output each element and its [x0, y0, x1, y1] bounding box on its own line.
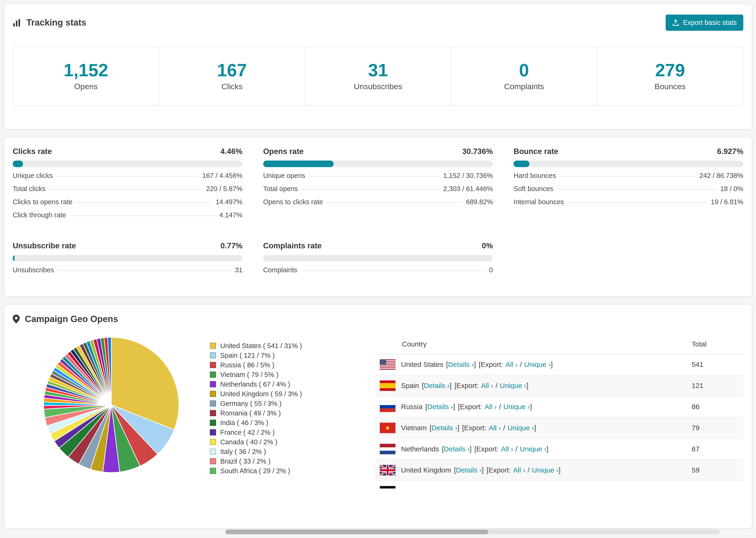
clicks-rate-progress-bar: [13, 161, 243, 167]
details-group: [Details ›]: [422, 382, 452, 390]
metric-value: 167 / 4.456%: [202, 172, 243, 180]
export-unique-link[interactable]: Unique ›: [508, 424, 534, 432]
legend-item-united-kingdom[interactable]: United Kingdom ( 59 / 3% ): [210, 389, 365, 399]
export-group: [Export:All ›/Unique ›]: [486, 466, 561, 474]
slash: /: [503, 424, 505, 432]
export-icon: [672, 19, 679, 26]
export-all-link[interactable]: All ›: [505, 360, 517, 368]
metric-label: Total opens: [263, 185, 298, 193]
rate-title: Bounce rate: [513, 147, 558, 156]
geo-table: Country Total United States [Details ›: [375, 335, 743, 488]
metric-label: Opens to clicks rate: [263, 198, 323, 206]
export-all-link[interactable]: All ›: [513, 466, 525, 474]
unsubscribe-rate-progress-bar: [13, 255, 243, 261]
export-all-link[interactable]: All ›: [501, 445, 513, 453]
bracket: ]: [530, 403, 532, 410]
bracket: [: [422, 382, 424, 389]
details-link[interactable]: Details ›: [456, 466, 482, 474]
flag-netherlands-icon: [380, 444, 395, 454]
details-link[interactable]: Details ›: [448, 360, 474, 368]
legend-swatch: [210, 410, 216, 416]
country-name: United States: [401, 360, 443, 368]
stat-complaints: 0 Complaints: [451, 47, 597, 106]
geo-pie-chart[interactable]: [41, 335, 182, 475]
bar-chart-icon: [13, 19, 21, 27]
table-row: Spain [Details ›] [Export:All ›/Unique ›…: [375, 375, 743, 396]
details-link[interactable]: Details ›: [435, 487, 460, 488]
export-group: [Export:All ›/Unique ›]: [458, 403, 532, 411]
export-all-link[interactable]: All ›: [481, 382, 493, 389]
export-unique-link[interactable]: Unique ›: [511, 487, 537, 488]
country-name: Russia: [401, 403, 423, 411]
legend-swatch: [210, 362, 216, 368]
details-group: [Details ›]: [430, 424, 459, 432]
progress-fill: [13, 161, 23, 167]
details-group: [Details ›]: [454, 466, 484, 474]
legend-item-canada[interactable]: Canada ( 40 / 2% ): [210, 437, 365, 447]
total-value: 59: [687, 459, 743, 481]
legend-item-india[interactable]: India ( 46 / 3% ): [210, 418, 365, 428]
geo-opens-title: Campaign Geo Opens: [25, 314, 118, 324]
legend-item-italy[interactable]: Italy ( 36 / 2% ): [210, 447, 365, 457]
page-title: Tracking stats: [26, 18, 86, 28]
dashboard-page: Tracking stats Export basic stats 1,152 …: [0, 0, 756, 538]
legend-label: Netherlands ( 67 / 4% ): [220, 381, 290, 388]
complaints-rate-progress-bar: [263, 255, 493, 261]
details-link[interactable]: Details ›: [444, 445, 469, 453]
stat-value: 1,152: [13, 60, 159, 80]
details-link[interactable]: Details ›: [424, 382, 450, 389]
legend-label: United Kingdom ( 59 / 3% ): [220, 390, 302, 398]
legend-item-germany[interactable]: Germany ( 55 / 3% ): [210, 399, 365, 408]
export-unique-link[interactable]: Unique ›: [500, 382, 526, 389]
legend-label: Germany ( 55 / 3% ): [220, 400, 282, 407]
opens-rate-progress-bar: [263, 161, 493, 167]
total-column-header: Total: [687, 335, 743, 354]
legend-item-south-africa[interactable]: South Africa ( 29 / 2% ): [210, 466, 365, 476]
stats-strip: 1,152 Opens 167 Clicks 31 Unsubscribes 0…: [13, 47, 743, 106]
legend-item-spain[interactable]: Spain ( 121 / 7% ): [210, 351, 365, 360]
metric-row: Internal bounces19 / 6.81%: [513, 198, 743, 211]
details-link[interactable]: Details ›: [432, 424, 458, 432]
export-all-link[interactable]: All ›: [485, 403, 497, 410]
table-row: Germany [Details ›] [Export:All ›/Unique…: [375, 481, 743, 488]
details-group: [Details ›]: [442, 445, 472, 453]
stat-label: Complaints: [451, 82, 597, 91]
export-unique-link[interactable]: Unique ›: [532, 466, 559, 474]
legend-item-brazil[interactable]: Brazil ( 33 / 2% ): [210, 457, 365, 466]
complaints-rate-section: Complaints rate 0% Complaints0: [263, 241, 493, 279]
rates-card: Clicks rate 4.46% Unique clicks167 / 4.4…: [4, 137, 752, 297]
country-name: United Kingdom: [401, 466, 451, 474]
bracket: ]: [537, 487, 539, 488]
flag-russia-icon: [380, 402, 395, 412]
metric-value: 31: [235, 266, 242, 274]
metric-row: Unique clicks167 / 4.456%: [13, 172, 243, 185]
bracket: [: [442, 445, 444, 453]
export-basic-stats-button[interactable]: Export basic stats: [666, 15, 743, 31]
legend-item-vietnam[interactable]: Vietnam ( 79 / 5% ): [210, 370, 365, 380]
stat-value: 31: [305, 60, 451, 80]
geo-table-scroll[interactable]: Country Total United States [Details ›: [375, 335, 743, 488]
legend-item-netherlands[interactable]: Netherlands ( 67 / 4% ): [210, 380, 365, 389]
export-unique-link[interactable]: Unique ›: [503, 403, 530, 410]
legend-item-romania[interactable]: Romania ( 49 / 3% ): [210, 408, 365, 418]
export-label: Export:: [481, 360, 503, 368]
export-all-link[interactable]: All ›: [492, 487, 504, 488]
details-link[interactable]: Details ›: [427, 403, 453, 410]
export-unique-link[interactable]: Unique ›: [524, 360, 551, 368]
rate-title: Complaints rate: [263, 241, 322, 250]
export-label: Export:: [457, 382, 479, 389]
legend-item-united-states[interactable]: United States ( 541 / 31% ): [210, 341, 365, 351]
bracket: [: [474, 445, 476, 453]
legend-swatch: [210, 391, 216, 397]
export-all-link[interactable]: All ›: [489, 424, 501, 432]
metric-label: Unique opens: [263, 172, 305, 180]
horizontal-scrollbar-thumb[interactable]: [225, 529, 488, 534]
metric-label: Total clicks: [13, 185, 45, 193]
horizontal-scrollbar-track[interactable]: [225, 529, 719, 534]
bracket: ]: [551, 360, 553, 368]
dotted-leader: [327, 202, 462, 203]
legend-item-russia[interactable]: Russia ( 86 / 5% ): [210, 360, 365, 370]
metric-label: Complaints: [263, 266, 297, 274]
legend-item-france[interactable]: France ( 42 / 2% ): [210, 428, 365, 437]
export-unique-link[interactable]: Unique ›: [520, 445, 546, 453]
